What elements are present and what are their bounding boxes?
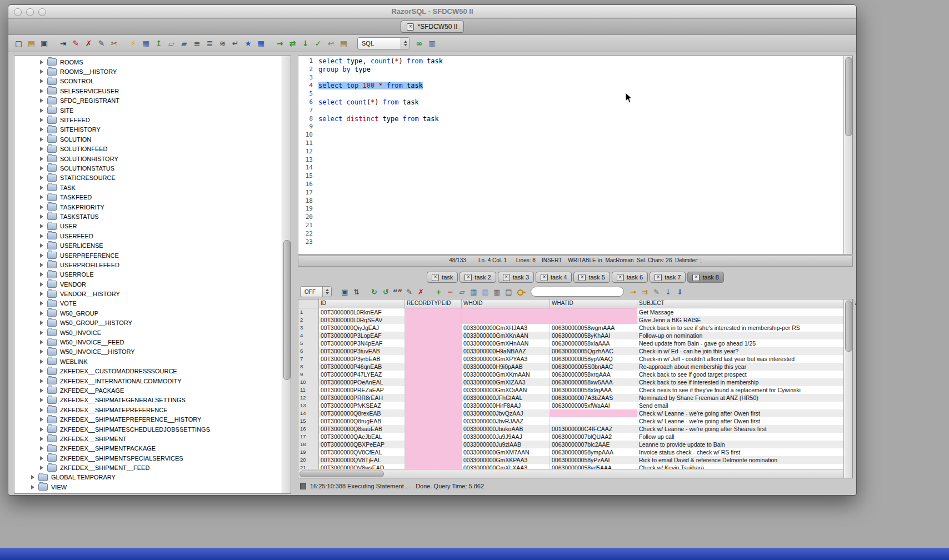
cell-id[interactable]: 00T3000000PfvKSEAZ bbox=[319, 402, 405, 409]
code-line[interactable] bbox=[318, 148, 843, 156]
code-line[interactable] bbox=[318, 123, 843, 131]
cell-id[interactable]: 00T3000000L0RqSEAV bbox=[319, 316, 405, 324]
cell-recordtypeid[interactable] bbox=[405, 339, 462, 347]
tree-item-zkfedex-shipmatepreference[interactable]: ZKFEDEX__SHIPMATEPREFERENCE bbox=[14, 405, 282, 414]
cell-subject[interactable]: Check w/ Kevin Tsujihara bbox=[637, 464, 843, 469]
cell-id[interactable]: 00T3000000L0RknEAF bbox=[319, 308, 405, 316]
tree-item-scontrol[interactable]: SCONTROL bbox=[14, 77, 282, 86]
code-line[interactable] bbox=[318, 172, 843, 181]
grid-horizontal-scrollbar[interactable] bbox=[298, 469, 843, 478]
tree-item-zkfedex-shipmentspecialservices[interactable]: ZKFEDEX__SHIPMENTSPECIALSERVICES bbox=[14, 453, 282, 463]
code-line[interactable] bbox=[318, 156, 843, 164]
disclosure-triangle-icon[interactable] bbox=[40, 292, 43, 296]
favorites-icon[interactable]: ★ bbox=[242, 38, 254, 49]
code-line[interactable] bbox=[318, 197, 843, 206]
cell-whatid[interactable]: 00630000007blQUAA2 bbox=[550, 433, 637, 441]
tree-item-rooms[interactable]: ROOMS bbox=[14, 57, 282, 67]
tab-close-icon[interactable] bbox=[432, 274, 439, 281]
tree-item-user[interactable]: USER bbox=[14, 222, 282, 231]
cell-recordtypeid[interactable] bbox=[405, 363, 462, 371]
database-object-tree[interactable]: ROOMSROOMS__HISTORYSCONTROLSELFSERVICEUS… bbox=[14, 56, 282, 493]
tab-close-icon[interactable] bbox=[407, 23, 414, 31]
table-row[interactable]: 1300T3000000PfvKSEAZ0033000000HirF8AAJ00… bbox=[298, 402, 843, 409]
cell-whoid[interactable]: 0033000000GmXKnAAN bbox=[462, 332, 550, 339]
download-icon[interactable]: ⇓ bbox=[675, 287, 685, 297]
disclosure-triangle-icon[interactable] bbox=[40, 446, 43, 451]
insert-row-icon[interactable]: + bbox=[433, 287, 444, 297]
code-line[interactable] bbox=[318, 107, 843, 115]
cell-id[interactable]: 00T3000000P3LopEAF bbox=[319, 332, 405, 339]
cell-whatid[interactable]: 00630000005S0bnAAC bbox=[550, 363, 637, 371]
code-line[interactable]: select top 100 * from task bbox=[318, 82, 843, 90]
wrap-icon[interactable]: ↵ bbox=[229, 38, 241, 49]
tree-item-userprofilefeed[interactable]: USERPROFILEFEED bbox=[14, 260, 282, 269]
tree-item-global-temporary[interactable]: GLOBAL TEMPORARY bbox=[14, 473, 282, 482]
edit-search-icon[interactable]: ✎ bbox=[651, 287, 662, 297]
tree-item-site[interactable]: SITE bbox=[14, 106, 282, 115]
table-row[interactable]: 1200T3000000PRR8rEAH0033000000JFhGlAAL00… bbox=[298, 394, 843, 402]
tree-item-userlicense[interactable]: USERLICENSE bbox=[14, 241, 282, 250]
code-line[interactable] bbox=[318, 181, 843, 189]
cell-recordtypeid[interactable] bbox=[405, 332, 462, 339]
tree-item-task[interactable]: TASK bbox=[14, 183, 282, 192]
cell-id[interactable]: 00T3000000P3tuvEAB bbox=[319, 347, 405, 355]
grid-vertical-scrollbar[interactable] bbox=[843, 299, 852, 478]
cell-subject[interactable]: Nominated by Shane Freeman at ANZ (HR50) bbox=[637, 394, 843, 402]
cell-id[interactable]: 00T3000000POeAnEAL bbox=[319, 378, 405, 386]
cell-whoid[interactable]: 0033000000HirF8AAJ bbox=[462, 402, 550, 409]
tree-item-sitefeed[interactable]: SITEFEED bbox=[14, 115, 282, 124]
tab-close-icon[interactable] bbox=[617, 274, 624, 281]
tree-item-userpreference[interactable]: USERPREFERENCE bbox=[14, 251, 282, 260]
cell-id[interactable]: 00T3000000Q8sauEAB bbox=[319, 425, 405, 433]
cell-whatid[interactable]: 006300000058wgmAAA bbox=[550, 324, 637, 332]
cell-id[interactable]: 00T3000000Q8rexEAB bbox=[319, 409, 405, 417]
cell-whatid[interactable]: 006300000058yKhAAI bbox=[550, 332, 637, 339]
cell-whatid[interactable]: 00630000007blc2AAE bbox=[550, 441, 637, 448]
cell-whatid[interactable]: 006300000058ympAAA bbox=[550, 448, 637, 456]
cell-whoid[interactable]: 0033000000GmXIZAA3 bbox=[462, 378, 550, 386]
cell-whoid[interactable]: 0033000000GmXLXAA3 bbox=[462, 464, 550, 469]
cell-subject[interactable]: Check back to see if interested in membe… bbox=[637, 378, 843, 386]
cell-id[interactable]: 00T3000000QiyJgEAJ bbox=[319, 324, 405, 332]
disclosure-triangle-icon[interactable] bbox=[40, 379, 43, 383]
save-icon[interactable]: ▣ bbox=[38, 38, 50, 49]
tree-scrollbar-thumb[interactable] bbox=[283, 240, 291, 380]
cell-id[interactable]: 00T3000000PRR8rEAH bbox=[319, 394, 405, 402]
find-all-icon[interactable]: ⇉ bbox=[640, 287, 650, 297]
disclosure-triangle-icon[interactable] bbox=[40, 398, 43, 402]
schema-report-icon[interactable]: ▥ bbox=[426, 38, 438, 49]
code-line[interactable] bbox=[318, 213, 843, 222]
cell-subject[interactable]: Check back in to see if she's interested… bbox=[637, 324, 843, 332]
reconnect-icon[interactable]: ⇄ bbox=[287, 38, 298, 49]
tree-item-solutionfeed[interactable]: SOLUTIONFEED bbox=[14, 144, 282, 154]
delete-icon[interactable]: ✗ bbox=[83, 38, 94, 49]
cell-whoid[interactable] bbox=[462, 316, 550, 324]
quotes-icon[interactable]: “” bbox=[392, 287, 403, 297]
disclosure-triangle-icon[interactable] bbox=[40, 60, 43, 64]
tree-item-selfserviceuser[interactable]: SELFSERVICEUSER bbox=[14, 86, 282, 96]
tree-item-staticresource[interactable]: STATICRESOURCE bbox=[14, 173, 282, 183]
disclosure-triangle-icon[interactable] bbox=[40, 359, 43, 364]
result-tab-task-2[interactable]: task 2 bbox=[459, 272, 496, 283]
disclosure-triangle-icon[interactable] bbox=[40, 466, 43, 470]
cell-whoid[interactable]: 0033000000GmXM7AAN bbox=[462, 448, 550, 456]
edit-icon[interactable]: ✎ bbox=[96, 38, 107, 49]
results-table-icon[interactable]: ▦ bbox=[140, 38, 152, 49]
commit-icon[interactable]: ✓ bbox=[312, 38, 324, 49]
cell-subject[interactable]: Leanne to provide update to Bain bbox=[637, 441, 843, 448]
cell-subject[interactable]: Check-in w/ Jeff - couldn't afford last … bbox=[637, 355, 843, 363]
tree-item-taskpriority[interactable]: TASKPRIORITY bbox=[14, 202, 282, 212]
tree-item-sfdc-registrant[interactable]: SFDC_REGISTRANT bbox=[14, 96, 282, 106]
table-row[interactable]: 1900T3000000QV8CfEAL0033000000GmXM7AAN00… bbox=[298, 448, 843, 456]
cell-recordtypeid[interactable] bbox=[405, 456, 462, 464]
code-line[interactable] bbox=[318, 74, 843, 82]
table-favorites-icon[interactable]: ▦ bbox=[255, 38, 267, 49]
disclosure-triangle-icon[interactable] bbox=[40, 118, 43, 122]
tab-close-icon[interactable] bbox=[692, 274, 700, 281]
cell-whoid[interactable]: 0033000000GmXHnAAN bbox=[462, 339, 550, 347]
tab-close-icon[interactable] bbox=[541, 274, 548, 281]
cell-subject[interactable]: Check w/ Leanne - we're going after Shea… bbox=[637, 425, 843, 433]
find-next-icon[interactable]: → bbox=[628, 287, 638, 297]
disclosure-triangle-icon[interactable] bbox=[40, 331, 43, 335]
disclosure-triangle-icon[interactable] bbox=[40, 311, 43, 316]
